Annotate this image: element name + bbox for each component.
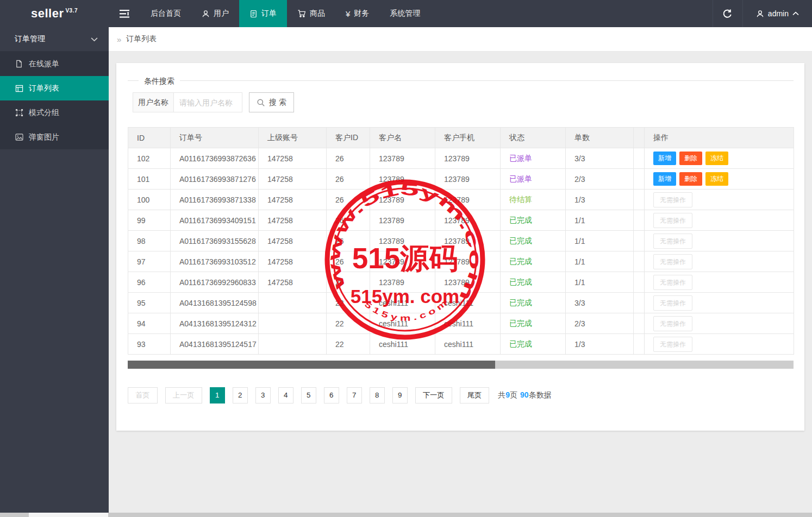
pagination-page-8[interactable]: 8	[370, 387, 385, 403]
table-horizontal-scrollbar[interactable]	[128, 361, 794, 369]
sidebar-item-popup-image[interactable]: 弹窗图片	[0, 125, 109, 149]
pagination-page-9[interactable]: 9	[392, 387, 408, 403]
cell-customer-name: 123789	[370, 169, 435, 190]
cell-order-no: A04131681395124517	[171, 334, 259, 355]
cell-customer-phone: 123789	[435, 148, 501, 169]
cell-spacer	[634, 231, 645, 251]
pagination-summary-summary_suffix: 条数据	[529, 390, 552, 399]
nav-item-orders[interactable]: 订单	[239, 0, 287, 27]
pagination-page-5[interactable]: 5	[301, 387, 316, 403]
cell-customer-id: 26	[327, 210, 370, 231]
cell-status: 待结算	[501, 190, 566, 210]
sidebar-item-label: 在线派单	[29, 59, 59, 69]
freeze-button[interactable]: 冻结	[705, 172, 728, 186]
no-action-button: 无需操作	[653, 213, 692, 228]
nav-item-home[interactable]: 后台首页	[140, 0, 191, 27]
cell-customer-id: 26	[327, 251, 370, 272]
pagination: 首页上一页123456789下一页尾页共9页90条数据	[128, 387, 552, 403]
cell-order-no: A04131681395124598	[171, 293, 259, 313]
cell-status: 已完成	[501, 334, 566, 355]
cell-count: 2/3	[566, 313, 634, 334]
cell-actions: 新增删除冻结	[645, 148, 794, 169]
cell-id: 94	[128, 313, 171, 334]
person-icon	[756, 10, 764, 18]
cell-order-no: A01161736993409151	[171, 210, 259, 231]
sidebar-item-label: 弹窗图片	[29, 133, 59, 142]
search-legend: 条件搜索	[139, 76, 180, 86]
pagination-last-button[interactable]: 尾页	[460, 387, 490, 403]
page-horizontal-scrollbar[interactable]	[0, 513, 812, 517]
search-button[interactable]: 搜 索	[249, 92, 294, 112]
nav-item-label: 订单	[261, 9, 277, 18]
table-scrollbar-thumb[interactable]	[128, 361, 495, 369]
cell-customer-phone: ceshi111	[435, 334, 501, 355]
no-action-button: 无需操作	[653, 254, 692, 269]
navbar-right: admin	[713, 0, 812, 27]
column-header: ID	[128, 128, 171, 148]
sidebar-item-mode-group[interactable]: 模式分组	[0, 100, 109, 125]
orders-table-header-row: ID订单号上级账号客户ID客户名客户手机状态单数操作	[128, 128, 794, 148]
top-navbar: seller V3.7 后台首页用户订单商品¥财务系统管理 admin	[0, 0, 812, 27]
add-button[interactable]: 新增	[653, 172, 676, 186]
pagination-page-1[interactable]: 1	[210, 387, 225, 403]
column-header: 单数	[566, 128, 634, 148]
search-button-label: 搜 索	[269, 98, 286, 108]
search-fieldset: 条件搜索 用户名称 搜 索	[128, 80, 794, 112]
cell-order-no: A01161736993871276	[171, 169, 259, 190]
delete-button[interactable]: 删除	[679, 152, 702, 165]
refresh-icon[interactable]	[713, 0, 742, 27]
pagination-page-6[interactable]: 6	[324, 387, 339, 403]
cell-customer-name: 123789	[370, 210, 435, 231]
nav-item-finance[interactable]: ¥财务	[335, 0, 379, 27]
nav-item-label: 财务	[354, 9, 369, 18]
orders-table-body: 102A011617369938726361472582612378912378…	[128, 148, 794, 355]
cell-spacer	[634, 169, 645, 190]
cell-id: 93	[128, 334, 171, 355]
document-icon	[249, 10, 258, 18]
pagination-summary-total_records: 90	[520, 390, 529, 399]
freeze-button[interactable]: 冻结	[705, 152, 728, 165]
pagination-summary-summary_mid: 页	[510, 390, 517, 399]
status-badge: 已完成	[509, 278, 532, 286]
page-scrollbar-thumb[interactable]	[29, 513, 108, 517]
cell-count: 1/3	[566, 190, 634, 210]
nav-item-users[interactable]: 用户	[191, 0, 239, 27]
nav-item-goods[interactable]: 商品	[287, 0, 335, 27]
cell-customer-name: 123789	[370, 251, 435, 272]
column-header: 客户ID	[327, 128, 370, 148]
cell-status: 已完成	[501, 231, 566, 251]
pagination-page-7[interactable]: 7	[347, 387, 362, 403]
cell-order-no: A04131681395124312	[171, 313, 259, 334]
cell-spacer	[634, 190, 645, 210]
pagination-page-2[interactable]: 2	[233, 387, 248, 403]
pagination-page-4[interactable]: 4	[278, 387, 293, 403]
username-field-label: 用户名称	[133, 92, 174, 112]
content-card: 条件搜索 用户名称 搜 索 ID订单号上级账号客户ID客户名客户手机状态单数操作…	[116, 63, 804, 431]
column-header: 上级账号	[259, 128, 327, 148]
column-header: 状态	[501, 128, 566, 148]
cell-parent-account: 147258	[259, 251, 327, 272]
admin-menu[interactable]: admin	[743, 0, 812, 27]
cart-icon	[297, 9, 306, 18]
pagination-next-button[interactable]: 下一页	[415, 387, 452, 403]
admin-label: admin	[768, 9, 789, 18]
sidebar-group-order-management[interactable]: 订单管理	[0, 27, 109, 52]
menu-toggle-icon[interactable]	[109, 0, 140, 27]
no-action-button: 无需操作	[653, 234, 692, 249]
sidebar-item-order-list[interactable]: 订单列表	[0, 76, 109, 100]
cell-customer-id: 22	[327, 334, 370, 355]
nav-item-label: 商品	[310, 9, 325, 18]
yen-icon: ¥	[346, 10, 350, 18]
cell-parent-account: 147258	[259, 210, 327, 231]
pagination-page-3[interactable]: 3	[255, 387, 271, 403]
sidebar-item-online-dispatch[interactable]: 在线派单	[0, 52, 109, 76]
cell-customer-phone: ceshi111	[435, 293, 501, 313]
cell-parent-account: 147258	[259, 231, 327, 251]
delete-button[interactable]: 删除	[679, 172, 702, 186]
person-icon	[202, 10, 210, 18]
nav-item-system[interactable]: 系统管理	[379, 0, 430, 27]
username-input[interactable]	[174, 92, 242, 112]
column-header: 客户名	[370, 128, 435, 148]
add-button[interactable]: 新增	[653, 152, 676, 165]
cell-customer-phone: 123789	[435, 251, 501, 272]
